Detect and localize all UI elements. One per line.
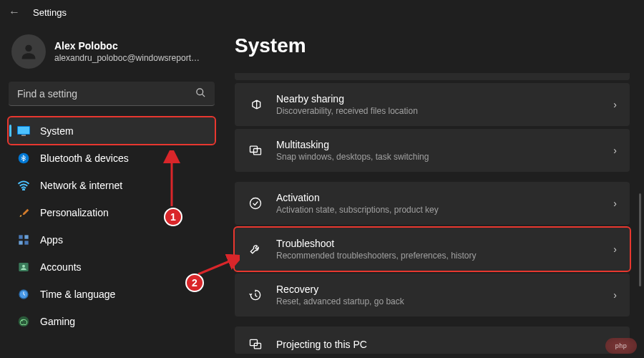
window-title: Settings: [33, 7, 67, 18]
svg-point-16: [19, 316, 29, 326]
card-subtitle: Snap windows, desktops, task switching: [276, 152, 600, 162]
project-icon: [248, 337, 263, 352]
wifi-icon: [17, 179, 30, 192]
card-recovery[interactable]: Recovery Reset, advanced startup, go bac…: [235, 274, 630, 316]
nav-label: Bluetooth & devices: [40, 153, 129, 164]
clock-icon: [17, 288, 30, 301]
svg-rect-9: [24, 235, 28, 238]
account-icon: [17, 261, 30, 274]
recovery-icon: [248, 287, 263, 303]
title-bar: ← Settings: [0, 0, 644, 24]
avatar: [11, 34, 46, 69]
svg-rect-5: [21, 135, 26, 136]
svg-rect-20: [250, 339, 258, 345]
card-title: Recovery: [276, 284, 600, 295]
sidebar-item-personalization[interactable]: Personalization: [9, 199, 215, 226]
nav-label: Gaming: [40, 316, 75, 327]
svg-rect-4: [18, 127, 29, 134]
card-projecting[interactable]: Projecting to this PC: [235, 326, 630, 354]
chevron-right-icon: ›: [613, 99, 617, 110]
card-title: Activation: [276, 192, 600, 203]
chevron-right-icon: ›: [613, 289, 617, 301]
nav-label: Accounts: [40, 261, 82, 273]
nav-label: Network & internet: [40, 180, 122, 191]
card-partial-top: [235, 73, 630, 80]
card-title: Projecting to this PC: [276, 339, 617, 350]
share-icon: [248, 97, 263, 112]
check-icon: [248, 195, 263, 211]
sidebar-item-gaming[interactable]: Gaming: [9, 308, 215, 334]
nav-list: System Bluetooth & devices Network & int…: [9, 117, 215, 334]
user-email: alexandru_poloboc@windowsreport…: [54, 53, 200, 63]
page-title: System: [235, 34, 630, 57]
annotation-badge-2: 2: [185, 274, 204, 292]
svg-rect-10: [19, 241, 22, 244]
card-title: Nearby sharing: [276, 93, 600, 105]
sidebar-item-time[interactable]: Time & language: [9, 281, 215, 307]
card-nearby-sharing[interactable]: Nearby sharing Discoverability, received…: [235, 83, 630, 126]
annotation-badge-1: 1: [164, 208, 182, 226]
sidebar-item-system[interactable]: System: [9, 117, 215, 144]
card-title: Troubleshoot: [276, 238, 600, 249]
svg-line-2: [202, 94, 205, 97]
svg-rect-11: [24, 241, 28, 244]
card-subtitle: Reset, advanced startup, go back: [276, 296, 600, 306]
nav-label: Apps: [40, 234, 63, 246]
wrench-icon: [248, 241, 263, 257]
sidebar-item-accounts[interactable]: Accounts: [9, 253, 215, 280]
chevron-right-icon: ›: [613, 198, 617, 209]
multitask-icon: [248, 142, 263, 158]
search-placeholder: Find a setting: [17, 88, 195, 100]
gaming-icon: [17, 315, 30, 328]
nav-label: System: [40, 125, 74, 137]
svg-point-7: [23, 188, 24, 190]
svg-point-13: [22, 264, 25, 267]
scrollbar[interactable]: [639, 193, 641, 286]
card-multitasking[interactable]: Multitasking Snap windows, desktops, tas…: [235, 129, 630, 172]
search-icon: [195, 87, 206, 100]
sidebar: Alex Poloboc alexandru_poloboc@windowsre…: [0, 24, 222, 358]
card-troubleshoot[interactable]: Troubleshoot Recommended troubleshooters…: [235, 228, 630, 271]
sidebar-item-apps[interactable]: Apps: [9, 226, 215, 253]
brush-icon: [17, 206, 30, 219]
svg-point-1: [197, 88, 203, 95]
main-content: System Nearby sharing Discoverability, r…: [222, 24, 644, 358]
svg-point-19: [250, 198, 261, 209]
monitor-icon: [17, 125, 30, 137]
bluetooth-icon: [17, 152, 30, 165]
user-name: Alex Poloboc: [54, 40, 200, 52]
svg-rect-8: [19, 235, 22, 238]
sidebar-item-network[interactable]: Network & internet: [9, 172, 215, 198]
card-subtitle: Recommended troubleshooters, preferences…: [276, 251, 600, 261]
watermark: php: [605, 338, 637, 354]
nav-label: Personalization: [40, 207, 109, 218]
card-subtitle: Activation state, subscriptions, product…: [276, 205, 600, 215]
nav-label: Time & language: [40, 289, 115, 300]
person-icon: [19, 42, 39, 62]
user-profile[interactable]: Alex Poloboc alexandru_poloboc@windowsre…: [9, 30, 215, 82]
search-input[interactable]: Find a setting: [9, 82, 215, 106]
back-icon[interactable]: ←: [9, 6, 20, 19]
chevron-right-icon: ›: [613, 243, 617, 255]
svg-point-0: [25, 45, 31, 52]
sidebar-item-bluetooth[interactable]: Bluetooth & devices: [9, 145, 215, 171]
card-subtitle: Discoverability, received files location: [276, 106, 600, 116]
chevron-right-icon: ›: [613, 145, 617, 156]
card-activation[interactable]: Activation Activation state, subscriptio…: [235, 182, 630, 225]
card-title: Multitasking: [276, 139, 600, 150]
apps-icon: [17, 233, 30, 246]
